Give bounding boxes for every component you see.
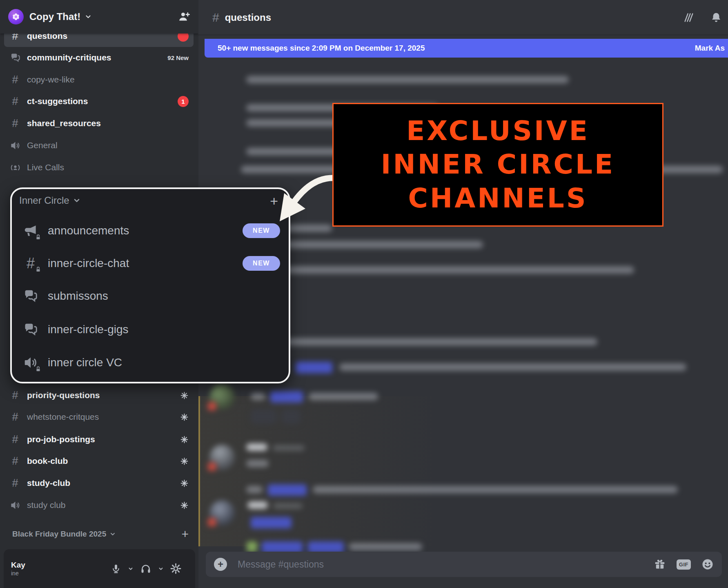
channel-shared-resources[interactable]: # shared_resources — [4, 112, 194, 134]
blurred-mention-pill — [308, 541, 344, 553]
channel-inner-circle-chat[interactable]: # inner-circle-chat — [22, 250, 281, 276]
forum-icon — [22, 288, 39, 304]
speaker-icon — [9, 140, 21, 151]
hash-icon: # — [9, 412, 21, 423]
channel-label: whetstone-critques — [27, 412, 99, 422]
channel-copy-we-like[interactable]: # copy-we-like — [4, 69, 194, 91]
channel-label: copy-we-like — [27, 75, 75, 85]
sparkle-icon — [180, 391, 189, 400]
channel-ct-suggestions[interactable]: # ct-suggestions 1 — [4, 90, 194, 112]
headphones-icon[interactable] — [140, 563, 151, 575]
gift-icon[interactable] — [654, 558, 666, 570]
add-channel-button[interactable]: + — [270, 194, 278, 208]
channel-community-critiques[interactable]: community-critiques 92 New — [4, 47, 194, 69]
hash-icon: # — [9, 118, 21, 129]
blurred-username — [247, 501, 268, 509]
sparkle-icon — [180, 457, 189, 466]
discord-app: # questions community-critiques 92 New #… — [0, 0, 728, 588]
blurred-text-line — [246, 76, 569, 83]
blurred-username — [246, 443, 267, 451]
blurred-emoji — [247, 541, 257, 552]
chat-header: # questions — [198, 0, 728, 35]
annotation-line: EXCLUSIVE — [406, 114, 590, 148]
chevron-down-icon — [85, 13, 92, 20]
blurred-timestamp — [273, 503, 303, 509]
channel-label: shared_resources — [27, 118, 101, 128]
channel-submissons[interactable]: submissons — [22, 283, 281, 309]
avatar[interactable] — [209, 384, 235, 410]
unread-badge: 1 — [178, 96, 189, 107]
user-panel: Kay ine — [4, 549, 195, 588]
channel-general-voice[interactable]: General — [4, 134, 194, 156]
attach-plus-button[interactable]: + — [214, 558, 227, 571]
channel-label: ct-suggestions — [27, 96, 88, 106]
blurred-text-line — [246, 486, 263, 493]
chevron-down-icon — [109, 531, 116, 537]
inner-circle-callout: Inner Circle + announcements NEW # inner… — [10, 187, 290, 383]
new-badge: NEW — [243, 256, 280, 271]
channel-label: General — [27, 140, 58, 150]
channel-title: questions — [225, 12, 271, 23]
avatar[interactable] — [209, 445, 235, 470]
blurred-mention-pill — [262, 541, 303, 553]
speaker-icon — [9, 500, 21, 511]
invite-people-icon[interactable] — [178, 11, 190, 23]
hash-icon: # — [9, 96, 21, 107]
category-inner-circle[interactable]: Inner Circle — [19, 195, 81, 206]
add-channel-button[interactable]: + — [181, 528, 189, 540]
threads-icon[interactable] — [683, 12, 695, 23]
exclusive-channels-annotation: EXCLUSIVE INNER CIRCLE CHANNELS — [332, 103, 663, 227]
microphone-icon[interactable] — [111, 564, 121, 574]
mark-as-read-button[interactable]: Mark As — [695, 44, 725, 53]
new-badge: NEW — [243, 223, 280, 238]
lock-icon — [35, 234, 41, 240]
category-label: Black Friday Bundle 2025 — [12, 530, 106, 539]
channel-label: book-club — [27, 456, 68, 466]
blurred-text-line — [246, 338, 597, 345]
emoji-picker-icon[interactable] — [701, 558, 714, 570]
hash-icon: # — [9, 456, 21, 467]
blurred-text-line — [309, 393, 378, 400]
channel-study-club-voice[interactable]: study club — [4, 494, 194, 516]
channel-priority-questions[interactable]: # priority-questions — [4, 384, 194, 406]
server-name: Copy That! — [29, 11, 80, 22]
new-messages-banner[interactable]: 50+ new messages since 2:09 PM on Decemb… — [205, 39, 728, 58]
message-input[interactable] — [237, 559, 644, 570]
channel-announcements[interactable]: announcements — [22, 218, 281, 244]
notifications-bell-icon[interactable] — [710, 11, 722, 24]
blurred-mention-pill — [268, 484, 307, 496]
channel-label: Live Calls — [27, 163, 64, 172]
hash-icon: # — [9, 434, 21, 445]
server-icon — [8, 9, 24, 24]
channel-study-club[interactable]: # study-club — [4, 472, 194, 494]
category-black-friday-bundle[interactable]: Black Friday Bundle 2025 + — [12, 526, 189, 542]
unread-count: 92 New — [167, 54, 189, 61]
channel-label: priority-questions — [27, 390, 100, 400]
new-messages-text: 50+ new messages since 2:09 PM on Decemb… — [218, 44, 425, 53]
blurred-mention-pill — [251, 517, 292, 528]
gif-picker-button[interactable]: GIF — [677, 559, 691, 570]
avatar[interactable] — [209, 500, 235, 526]
channel-inner-circle-gigs[interactable]: inner-circle-gigs — [22, 316, 281, 343]
chevron-down-icon[interactable] — [128, 566, 134, 572]
blurred-mention-pill — [270, 391, 303, 403]
hash-icon: # — [9, 74, 21, 85]
reaction-pill[interactable] — [282, 409, 301, 424]
channel-inner-circle-vc[interactable]: inner circle VC — [22, 350, 281, 376]
channel-whetstone-critques[interactable]: # whetstone-critques — [4, 406, 194, 428]
server-header[interactable]: Copy That! — [0, 0, 198, 33]
channel-label: announcements — [48, 224, 129, 237]
channel-live-calls[interactable]: Live Calls — [4, 156, 194, 178]
speaker-lock-icon — [22, 355, 39, 370]
hash-icon: # — [9, 478, 21, 489]
sparkle-icon — [180, 501, 189, 510]
hash-icon: # — [9, 390, 21, 401]
channel-pro-job-postings[interactable]: # pro-job-postings — [4, 428, 194, 450]
chevron-down-icon[interactable] — [158, 566, 164, 572]
settings-gear-icon[interactable] — [170, 563, 181, 574]
blurred-text-line — [246, 266, 634, 274]
user-info[interactable]: Kay ine — [11, 561, 25, 577]
forum-icon — [22, 322, 39, 337]
channel-book-club[interactable]: # book-club — [4, 450, 194, 472]
reaction-pill[interactable] — [251, 409, 277, 424]
